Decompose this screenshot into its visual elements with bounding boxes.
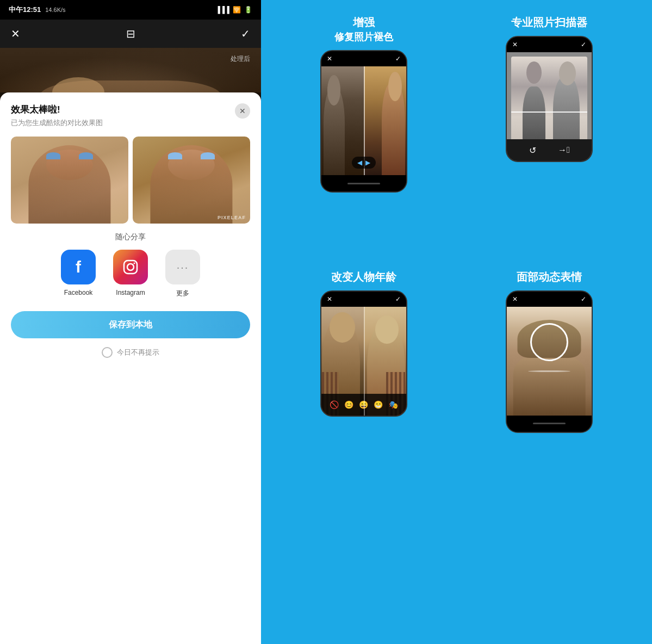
feature-age-change: 改变人物年龄 ✕ ✓ — [271, 265, 457, 505]
phone-face-animation: ✕ ✓ — [506, 290, 593, 433]
more-icon: ··· — [165, 250, 200, 284]
modal-overlay: 效果太棒啦! 已为您生成酷炫的对比效果图 ✕ — [0, 92, 261, 644]
after-image: PIXELEAF — [133, 137, 250, 224]
age-icon-2[interactable]: 😊 — [344, 400, 353, 409]
instagram-icon — [113, 250, 148, 284]
phone-check-2: ✓ — [581, 41, 586, 48]
age-icon-1[interactable]: 🚫 — [330, 400, 339, 409]
feature-1-title: 增强 修复照片褪色 — [334, 15, 393, 44]
feature-4-title: 面部动态表情 — [517, 270, 582, 284]
rotate-icon[interactable]: ↺ — [529, 145, 536, 156]
share-icons: f Facebook Instagra — [11, 250, 250, 298]
feature-scanner: 专业照片扫描器 ✕ ✓ — [457, 11, 643, 265]
facebook-icon: f — [61, 250, 96, 284]
modal-card: 效果太棒啦! 已为您生成酷炫的对比效果图 ✕ — [0, 92, 261, 644]
modal-title: 效果太棒啦! — [11, 103, 103, 116]
signal-icon: ▐▐▐ — [215, 6, 229, 14]
wifi-icon: 🛜 — [233, 6, 241, 14]
arrow-right-icon: ▶ — [365, 159, 370, 166]
feature-2-title: 专业照片扫描器 — [511, 15, 587, 29]
color-restore-image: ◀ ▶ — [321, 66, 406, 175]
phone-close-3: ✕ — [327, 295, 332, 303]
right-panel: 增强 修复照片褪色 ✕ ✓ ◀ — [261, 0, 652, 644]
modal-close-button[interactable]: ✕ — [235, 103, 250, 119]
modal-header: 效果太棒啦! 已为您生成酷炫的对比效果图 ✕ — [11, 103, 250, 128]
face-highlight-circle — [530, 323, 568, 361]
status-icons: ▐▐▐ 🛜 🔋 — [215, 6, 252, 14]
phone-color-restore: ✕ ✓ ◀ ▶ — [320, 50, 407, 193]
more-label: 更多 — [176, 289, 189, 298]
share-instagram[interactable]: Instagram — [113, 250, 148, 298]
feature-face-animation: 面部动态表情 ✕ ✓ — [457, 265, 643, 505]
svg-point-1 — [127, 264, 134, 270]
layers-icon[interactable]: ⊟ — [126, 27, 135, 40]
share-title: 随心分享 — [11, 232, 250, 242]
before-image — [11, 137, 128, 224]
top-bar: ✕ ⊟ ✓ — [0, 20, 261, 48]
svg-rect-0 — [124, 261, 137, 274]
arrow-left-icon: ◀ — [357, 159, 362, 166]
save-button[interactable]: 保存到本地 — [11, 311, 250, 338]
share-facebook[interactable]: f Facebook — [61, 250, 96, 298]
phone-close-4: ✕ — [512, 295, 518, 303]
next-icon[interactable]: →⃝ — [558, 145, 570, 155]
face-animation-image — [507, 307, 592, 416]
modal-close-icon: ✕ — [239, 107, 246, 115]
phone-check-4: ✓ — [581, 295, 586, 303]
no-remind-row[interactable]: 今日不再提示 — [11, 347, 250, 358]
age-icon-4[interactable]: 😁 — [374, 400, 383, 409]
status-network: 14.6K/s — [45, 7, 65, 13]
share-section: 随心分享 f Facebook — [11, 232, 250, 302]
watermark: PIXELEAF — [218, 215, 246, 220]
phone-check-1: ✓ — [395, 55, 401, 63]
status-bar: 中午12:51 14.6K/s ▐▐▐ 🛜 🔋 — [0, 0, 261, 20]
close-icon[interactable]: ✕ — [11, 27, 20, 40]
phone-scanner: ✕ ✓ ↺ →⃝ — [506, 36, 593, 162]
phone-check-3: ✓ — [395, 295, 401, 303]
phone-close-1: ✕ — [327, 55, 332, 63]
no-remind-checkbox[interactable] — [102, 347, 113, 358]
scanner-controls: ↺ →⃝ — [507, 139, 592, 161]
no-remind-text: 今日不再提示 — [117, 348, 159, 357]
comparison-images: PIXELEAF — [11, 137, 250, 224]
modal-subtitle: 已为您生成酷炫的对比效果图 — [11, 118, 103, 128]
feature-3-title: 改变人物年龄 — [331, 270, 396, 284]
share-more[interactable]: ··· 更多 — [165, 250, 200, 298]
age-icon-5[interactable]: 🎭 — [389, 400, 398, 409]
facebook-label: Facebook — [64, 289, 93, 296]
slide-handle[interactable]: ◀ ▶ — [352, 157, 376, 169]
left-panel: 中午12:51 14.6K/s ▐▐▐ 🛜 🔋 ✕ ⊟ ✓ 处理后 效果太棒啦!… — [0, 0, 261, 644]
svg-point-2 — [134, 263, 135, 264]
phone-close-2: ✕ — [512, 41, 518, 48]
status-time: 中午12:51 — [9, 5, 41, 15]
battery-icon: 🔋 — [244, 6, 252, 14]
instagram-label: Instagram — [116, 289, 145, 296]
more-dots: ··· — [177, 261, 189, 274]
phone-age-change: ✕ ✓ 🚫 � — [320, 290, 407, 417]
confirm-icon[interactable]: ✓ — [241, 27, 250, 40]
feature-color-restore: 增强 修复照片褪色 ✕ ✓ ◀ — [271, 11, 457, 265]
preview-label: 处理后 — [231, 54, 250, 64]
